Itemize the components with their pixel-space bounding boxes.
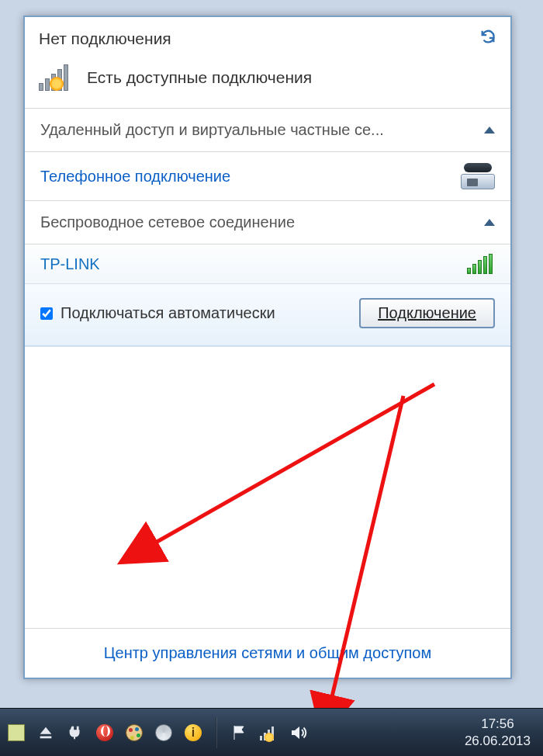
- flyout-header: Нет подключения: [25, 17, 510, 60]
- wifi-network-item[interactable]: TP-LINK Подключаться автоматически Подкл…: [25, 244, 510, 347]
- clock-date: 26.06.2013: [465, 733, 531, 749]
- chevron-up-icon: [484, 219, 495, 226]
- vpn-section-label: Удаленный доступ и виртуальные частные с…: [40, 121, 384, 139]
- vpn-section-header[interactable]: Удаленный доступ и виртуальные частные с…: [25, 109, 510, 152]
- network-center-link[interactable]: Центр управления сетями и общим доступом: [104, 644, 432, 661]
- tray-power-icon[interactable]: [65, 723, 85, 743]
- flyout-footer: Центр управления сетями и общим доступом: [25, 628, 510, 678]
- chevron-up-icon: [484, 127, 495, 134]
- tray-network-icon[interactable]: [259, 723, 279, 743]
- network-flyout: Нет подключения Есть доступные подключен…: [23, 16, 512, 679]
- auto-connect-checkbox[interactable]: [40, 307, 53, 320]
- available-connections-label: Есть доступные подключения: [87, 68, 312, 87]
- wireless-section-header[interactable]: Беспроводное сетевое соединение: [25, 201, 510, 244]
- auto-connect-label: Подключаться автоматически: [61, 303, 275, 323]
- connect-button[interactable]: Подключение: [359, 298, 495, 328]
- tray-info-icon[interactable]: i: [183, 723, 203, 743]
- wifi-ssid: TP-LINK: [40, 255, 100, 273]
- tray-sync-icon[interactable]: [154, 723, 174, 743]
- available-connections-row: Есть доступные подключения: [25, 60, 510, 109]
- taskbar: i 17:56 26.06.2013: [0, 708, 543, 756]
- dialup-link[interactable]: Телефонное подключение: [40, 168, 230, 186]
- tray-palette-icon[interactable]: [124, 723, 144, 743]
- taskbar-clock[interactable]: 17:56 26.06.2013: [465, 716, 537, 749]
- dialup-connection-row[interactable]: Телефонное подключение: [25, 152, 510, 201]
- fax-phone-icon: [461, 163, 495, 189]
- wireless-section-label: Беспроводное сетевое соединение: [40, 213, 295, 231]
- empty-area: [25, 347, 510, 628]
- signal-strength-icon: [467, 254, 495, 274]
- connection-status-title: Нет подключения: [39, 29, 171, 48]
- tray-opera-icon[interactable]: [95, 723, 115, 743]
- signal-available-icon: [39, 64, 74, 91]
- tray-eject-icon[interactable]: [36, 723, 56, 743]
- tray-notes-icon[interactable]: [6, 723, 26, 743]
- refresh-icon[interactable]: [479, 28, 496, 49]
- tray-separator: [216, 717, 217, 748]
- clock-time: 17:56: [465, 716, 531, 732]
- tray-flag-icon[interactable]: [230, 723, 250, 743]
- tray-volume-icon[interactable]: [289, 723, 309, 743]
